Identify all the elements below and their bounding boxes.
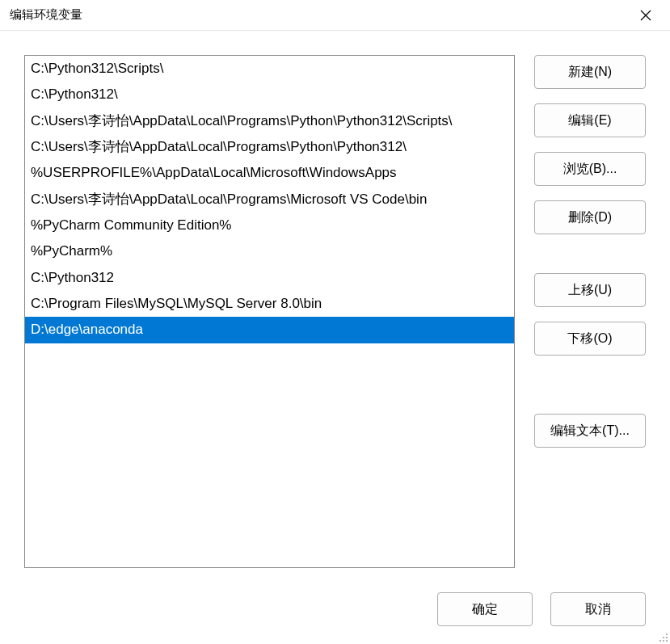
list-item[interactable]: C:\Program Files\MySQL\MySQL Server 8.0\… (25, 291, 514, 317)
list-item[interactable]: C:\Python312 (25, 265, 514, 291)
svg-point-3 (659, 640, 661, 642)
list-item[interactable]: C:\Users\李诗怡\AppData\Local\Programs\Pyth… (25, 108, 514, 134)
delete-button[interactable]: 删除(D) (534, 200, 646, 234)
list-item[interactable]: C:\Python312\ (25, 82, 514, 107)
list-item[interactable]: C:\Users\李诗怡\AppData\Local\Programs\Micr… (25, 187, 514, 213)
svg-point-2 (666, 637, 668, 638)
cancel-button[interactable]: 取消 (550, 592, 646, 626)
svg-point-1 (663, 637, 664, 638)
window-title: 编辑环境变量 (10, 7, 631, 23)
button-column: 新建(N) 编辑(E) 浏览(B)... 删除(D) 上移(U) 下移(O) 编… (534, 55, 646, 573)
svg-point-4 (663, 640, 664, 642)
new-button[interactable]: 新建(N) (534, 55, 646, 89)
close-button[interactable] (631, 1, 660, 30)
list-item[interactable]: C:\Python312\Scripts\ (25, 56, 514, 82)
browse-button[interactable]: 浏览(B)... (534, 152, 646, 186)
titlebar: 编辑环境变量 (0, 0, 670, 31)
ok-button[interactable]: 确定 (437, 592, 533, 626)
resize-grip-icon[interactable] (657, 631, 668, 642)
dialog-footer: 确定 取消 (0, 589, 670, 644)
path-listbox[interactable]: C:\Python312\Scripts\C:\Python312\C:\Use… (24, 55, 515, 568)
close-icon (640, 10, 651, 21)
edittext-button[interactable]: 编辑文本(T)... (534, 414, 646, 448)
svg-point-0 (666, 633, 668, 635)
edit-button[interactable]: 编辑(E) (534, 103, 646, 137)
list-item[interactable]: %PyCharm% (25, 238, 514, 264)
list-item[interactable]: C:\Users\李诗怡\AppData\Local\Programs\Pyth… (25, 134, 514, 160)
svg-point-5 (666, 640, 668, 642)
list-item[interactable]: %PyCharm Community Edition% (25, 213, 514, 238)
list-item[interactable]: D:\edge\anaconda (25, 317, 514, 343)
moveup-button[interactable]: 上移(U) (534, 273, 646, 307)
list-item[interactable]: %USERPROFILE%\AppData\Local\Microsoft\Wi… (25, 160, 514, 186)
movedown-button[interactable]: 下移(O) (534, 322, 646, 356)
dialog-content: C:\Python312\Scripts\C:\Python312\C:\Use… (0, 31, 670, 589)
